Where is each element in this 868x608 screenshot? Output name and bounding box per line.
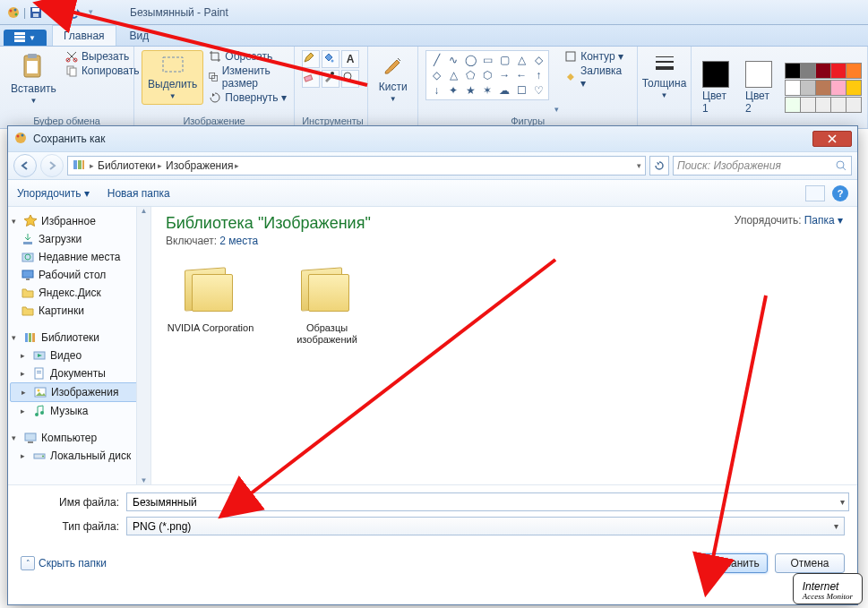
- dialog-titlebar[interactable]: Сохранить как: [8, 126, 857, 151]
- desktop-icon: [21, 268, 35, 282]
- sidebar-music[interactable]: ▸Музыка: [10, 402, 149, 420]
- color1-button[interactable]: Цвет 1: [699, 59, 733, 116]
- sidebar-localdisk[interactable]: ▸Локальный диск: [10, 447, 149, 465]
- svg-rect-9: [14, 39, 25, 42]
- sidebar-images[interactable]: ▸Изображения: [10, 382, 149, 402]
- folder-item[interactable]: NVIDIA Corporation: [166, 263, 255, 346]
- sidebar-favorites[interactable]: ▾Избранное: [10, 212, 149, 230]
- search-input[interactable]: Поиск: Изображения: [673, 156, 852, 176]
- redo-icon[interactable]: [68, 5, 82, 20]
- filetype-label: Тип файла:: [21, 520, 119, 533]
- back-button[interactable]: [13, 154, 37, 177]
- arrange-by[interactable]: Упорядочить: Папка ▾: [735, 214, 843, 227]
- dialog-footer: ˄ Скрыть папки Сохранить Отмена: [8, 544, 857, 584]
- sidebar-scrollbar[interactable]: [136, 207, 150, 484]
- sidebar-yadisk[interactable]: Яндекс.Диск: [10, 284, 149, 302]
- svg-point-49: [35, 413, 39, 416]
- dialog-title: Сохранить как: [33, 133, 105, 145]
- crop-button[interactable]: Обрезать: [209, 50, 287, 63]
- close-button[interactable]: [812, 131, 852, 147]
- svg-rect-24: [566, 52, 575, 61]
- computer-icon: [23, 431, 38, 445]
- recent-icon: [21, 250, 35, 264]
- folder-item[interactable]: Образцы изображений: [282, 263, 372, 346]
- view-mode-button[interactable]: [805, 185, 825, 201]
- group-tools: Инструменты: [302, 114, 360, 126]
- svg-point-0: [8, 7, 19, 18]
- svg-rect-7: [14, 32, 25, 35]
- svg-point-34: [837, 161, 844, 168]
- organize-button[interactable]: Упорядочить ▾: [17, 187, 90, 200]
- cut-button[interactable]: Вырезать: [65, 50, 140, 63]
- download-icon: [21, 232, 35, 246]
- group-clipboard: Буфер обмена: [7, 114, 126, 126]
- svg-point-1: [10, 9, 13, 12]
- size-button[interactable]: Толщина ▼: [639, 50, 691, 101]
- chevron-up-icon: ˄: [21, 556, 35, 570]
- folder-icon: [21, 286, 35, 300]
- libraries-icon: [72, 158, 86, 175]
- qat-dropdown-icon[interactable]: ▼: [87, 8, 94, 16]
- dialog-toolbar: Упорядочить ▾ Новая папка ?: [8, 180, 857, 207]
- refresh-button[interactable]: [649, 156, 669, 176]
- svg-rect-42: [32, 333, 35, 342]
- svg-rect-17: [163, 57, 183, 72]
- sidebar-documents[interactable]: ▸Документы: [10, 364, 149, 382]
- svg-rect-26: [656, 61, 674, 63]
- star-icon: [23, 214, 38, 228]
- hide-folders-link[interactable]: ˄ Скрыть папки: [21, 556, 107, 570]
- chevron-down-icon[interactable]: ▾: [637, 161, 641, 170]
- filename-input[interactable]: [126, 492, 849, 511]
- dialog-fields: Имя файла: ▾ Тип файла: PNG (*.png) ▾: [8, 484, 857, 544]
- qat-separator: |: [23, 6, 26, 19]
- tools-grid[interactable]: A: [302, 50, 359, 88]
- copy-button[interactable]: Копировать: [65, 64, 140, 77]
- file-menu-button[interactable]: ▼: [4, 30, 47, 46]
- svg-rect-38: [22, 270, 33, 278]
- sidebar-video[interactable]: ▸Видео: [10, 347, 149, 364]
- picker-icon: [322, 70, 339, 88]
- eraser-icon: [302, 70, 320, 88]
- breadcrumb[interactable]: ▸ Библиотеки▸ Изображения▸ ▾: [67, 156, 646, 176]
- new-folder-button[interactable]: Новая папка: [107, 187, 170, 200]
- help-button[interactable]: ?: [832, 185, 848, 201]
- sidebar-downloads[interactable]: Загрузки: [10, 230, 149, 248]
- select-button[interactable]: Выделить ▼: [142, 50, 203, 105]
- paste-button[interactable]: Вставить ▼: [7, 50, 60, 107]
- text-icon: A: [341, 50, 359, 68]
- folder-icon: [296, 263, 358, 317]
- outline-button[interactable]: Контур ▾: [564, 50, 630, 63]
- brushes-button[interactable]: Кисти ▼: [375, 50, 411, 105]
- svg-point-3: [15, 13, 18, 15]
- save-icon[interactable]: [29, 5, 43, 20]
- resize-button[interactable]: Изменить размер: [209, 64, 287, 90]
- color-palette[interactable]: [785, 63, 860, 113]
- watermark: Internet Access Monitor: [793, 573, 863, 604]
- sidebar-libraries[interactable]: ▾Библиотеки: [10, 329, 149, 347]
- tab-home[interactable]: Главная: [52, 25, 116, 46]
- shapes-gallery[interactable]: ╱∿◯▭▢△◇ ◇△⬠⬡→←↑ ↓✦★✶☁☐♡: [428, 53, 546, 98]
- tab-view[interactable]: Вид: [118, 25, 161, 46]
- chevron-down-icon[interactable]: ▾: [840, 497, 845, 507]
- fill-button[interactable]: Заливка ▾: [564, 64, 630, 90]
- sidebar-computer[interactable]: ▾Компьютер: [10, 429, 149, 447]
- save-button[interactable]: Сохранить: [698, 553, 768, 573]
- forward-button[interactable]: [40, 154, 64, 177]
- window-title: Безымянный - Paint: [130, 6, 228, 19]
- svg-rect-11: [28, 54, 37, 58]
- svg-rect-8: [14, 36, 25, 39]
- includes-link[interactable]: 2 места: [219, 235, 258, 247]
- shapes-more-icon[interactable]: ▾: [554, 105, 559, 114]
- svg-point-30: [21, 133, 24, 136]
- ribbon: Вставить ▼ Вырезать Копировать Буфер обм…: [0, 47, 868, 129]
- color2-button[interactable]: Цвет 2: [742, 59, 776, 116]
- svg-point-20: [331, 60, 334, 63]
- sidebar-recent[interactable]: Недавние места: [10, 248, 149, 266]
- cancel-button[interactable]: Отмена: [775, 553, 845, 573]
- undo-icon[interactable]: [48, 5, 63, 20]
- svg-point-22: [331, 72, 334, 75]
- sidebar-desktop[interactable]: Рабочий стол: [10, 266, 149, 284]
- rotate-button[interactable]: Повернуть ▾: [209, 91, 287, 104]
- sidebar-pictures-fav[interactable]: Картинки: [10, 302, 149, 320]
- filetype-combo[interactable]: PNG (*.png) ▾: [126, 517, 845, 535]
